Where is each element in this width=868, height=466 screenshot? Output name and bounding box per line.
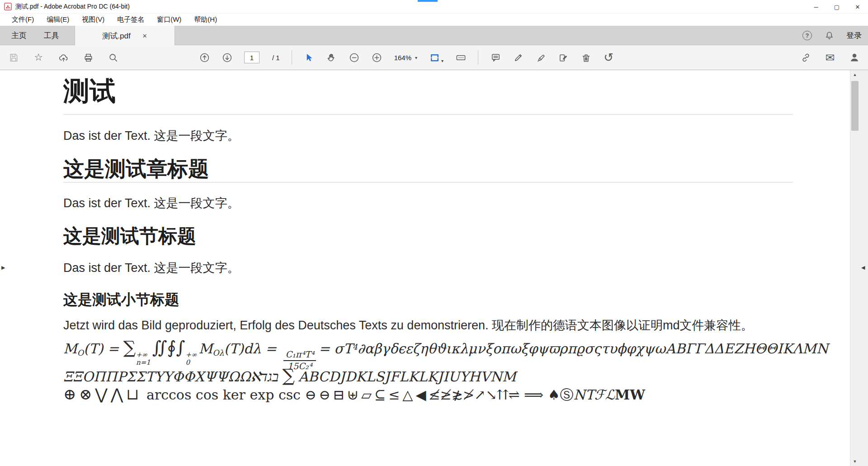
- doc-title-heading: 测试: [63, 74, 116, 109]
- send-email-icon[interactable]: ✉: [825, 52, 835, 63]
- rotate-pages-icon[interactable]: ↺: [603, 52, 614, 63]
- help-icon[interactable]: ?: [802, 31, 812, 40]
- heading-rule: [63, 114, 793, 115]
- menu-item-edit[interactable]: 编辑(E): [40, 14, 75, 25]
- main-toolbar: ☆ 1 / 1: [0, 45, 868, 70]
- math-formula-line-3: ⊕⊗⋁⋀⊔ arccos cos ker exp csc ⊖⊖⊟⊎▱⊆≤△◀≰≱…: [63, 385, 645, 404]
- document-viewport: 测试 Das ist der Text. 这是一段文字。 这是测试章标题 Das…: [0, 70, 868, 466]
- menu-item-view[interactable]: 视图(V): [75, 14, 111, 25]
- print-icon[interactable]: [83, 52, 94, 63]
- doc-paragraph: Das ist der Text. 这是一段文字。: [63, 260, 240, 276]
- heading-rule: [63, 182, 793, 183]
- tab-tools[interactable]: 工具: [38, 26, 65, 45]
- zoom-out-icon[interactable]: [349, 52, 360, 63]
- doc-section-heading: 这是测试节标题: [63, 223, 196, 249]
- title-bar: 测试.pdf - Adobe Acrobat Pro DC (64-bit) ─…: [0, 0, 868, 14]
- pdf-page: 测试 Das ist der Text. 这是一段文字。 这是测试章标题 Das…: [0, 70, 850, 466]
- tab-document[interactable]: 测试.pdf ✕: [75, 26, 175, 46]
- scrollbar-thumb[interactable]: [851, 81, 859, 131]
- highlight-pencil-icon[interactable]: [513, 52, 524, 63]
- vertical-scrollbar[interactable]: ▲ ▼: [850, 70, 859, 466]
- doc-chapter-heading: 这是测试章标题: [63, 155, 209, 183]
- read-mode-icon[interactable]: [455, 52, 466, 63]
- menu-item-help[interactable]: 帮助(H): [188, 14, 223, 25]
- page-number-input[interactable]: 1: [244, 52, 259, 63]
- save-icon[interactable]: [8, 52, 19, 63]
- left-panel-toggle[interactable]: ▶: [1, 265, 5, 271]
- tab-close-icon[interactable]: ✕: [142, 33, 147, 39]
- scroll-down-icon[interactable]: ▼: [850, 457, 859, 466]
- toolbar-separator: [292, 50, 292, 65]
- highlighter-marker-icon[interactable]: [535, 52, 546, 63]
- notifications-bell-icon[interactable]: [824, 30, 835, 41]
- doc-paragraph: Das ist der Text. 这是一段文字。: [63, 128, 240, 144]
- menu-item-esign[interactable]: 电子签名: [111, 14, 151, 25]
- doc-paragraph-german: Jetzt wird das Bild geproduziert, Erfolg…: [63, 317, 753, 333]
- sign-in-link[interactable]: 登录: [846, 30, 862, 41]
- page-count-label: / 1: [272, 54, 280, 62]
- math-formula-line-2: ΞΞΟΠΠΡΣΣΤΥΥΦΦΧΨΨΩΩℵבגד∑ABCDJDKLSJFLKLKJI…: [63, 365, 516, 385]
- menu-item-file[interactable]: 文件(F): [5, 14, 40, 25]
- close-button[interactable]: ✕: [847, 0, 868, 14]
- maximize-button[interactable]: ▢: [826, 0, 847, 14]
- minimize-button[interactable]: ─: [806, 0, 826, 14]
- menu-item-window[interactable]: 窗口(W): [151, 14, 188, 25]
- zoom-in-icon[interactable]: [372, 52, 382, 63]
- toolbar-separator: [478, 50, 478, 65]
- share-link-icon[interactable]: [800, 52, 811, 63]
- doc-subsection-heading: 这是测试小节标题: [63, 290, 179, 310]
- menu-bar: 文件(F) 编辑(E) 视图(V) 电子签名 窗口(W) 帮助(H): [0, 14, 868, 26]
- hand-tool-icon[interactable]: [326, 52, 337, 63]
- right-panel-toggle[interactable]: ◀: [861, 265, 865, 271]
- zoom-level-dropdown[interactable]: 164% ▾: [394, 54, 417, 62]
- profile-avatar[interactable]: [849, 52, 860, 63]
- doc-paragraph: Das ist der Text. 这是一段文字。: [63, 195, 240, 211]
- zoom-level-value: 164%: [394, 54, 411, 62]
- window-title: 测试.pdf - Adobe Acrobat Pro DC (64-bit): [15, 3, 130, 11]
- next-page-icon[interactable]: [222, 52, 232, 63]
- previous-page-icon[interactable]: [199, 52, 210, 63]
- scroll-up-icon[interactable]: ▲: [850, 70, 859, 79]
- search-icon[interactable]: [108, 52, 118, 63]
- chevron-down-icon: ▾: [441, 58, 443, 63]
- tab-bar: 主页 工具 测试.pdf ✕ ? 登录: [0, 26, 868, 45]
- tab-home[interactable]: 主页: [6, 26, 32, 45]
- favorite-star-icon[interactable]: ☆: [33, 52, 44, 63]
- select-tool-icon[interactable]: [304, 52, 315, 63]
- chevron-down-icon: ▾: [415, 55, 417, 60]
- delete-pages-trash-icon[interactable]: [580, 52, 591, 63]
- comment-icon[interactable]: [490, 52, 501, 63]
- acrobat-pdf-icon: [4, 3, 12, 10]
- tab-document-label: 测试.pdf: [102, 31, 130, 41]
- cloud-upload-icon[interactable]: [58, 52, 69, 63]
- fill-sign-icon[interactable]: [558, 52, 569, 63]
- background-window-strip: [418, 0, 438, 2]
- fit-width-dropdown[interactable]: ▾: [429, 52, 443, 63]
